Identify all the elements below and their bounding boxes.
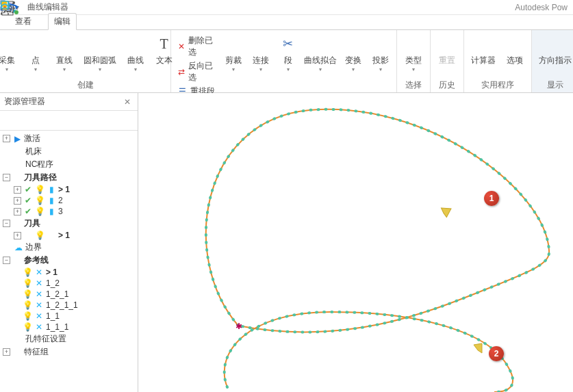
close-icon[interactable]: ✕: [121, 97, 133, 107]
move-icon: [344, 34, 363, 53]
trim-button[interactable]: 剪裁▾: [222, 33, 245, 73]
project-icon: [371, 34, 390, 53]
tool-icon: [12, 219, 22, 228]
undo-icon: [437, 34, 457, 53]
point-icon: [26, 34, 45, 53]
drill-icon: [14, 335, 23, 344]
window-title: 曲线编辑器: [27, 1, 68, 13]
line-icon: [55, 34, 74, 53]
type-button[interactable]: 类型▾: [401, 33, 426, 73]
trash-icon-button[interactable]: [42, 114, 58, 127]
group-util-label: 实用程序: [481, 79, 514, 91]
resource-tree[interactable]: +▶激活 机床 NC程序 −刀具路径 +✔💡▮> 1 +✔💡▮2 +✔💡▮3 −…: [0, 131, 138, 392]
project-button[interactable]: 投影▾: [369, 33, 392, 73]
group-display-label: 显示: [547, 79, 563, 91]
brand-label: Autodesk Pow: [515, 3, 568, 12]
group-create-label: 创建: [77, 79, 94, 91]
cursor-icon: [404, 34, 423, 53]
toolpath-icon: [12, 173, 22, 183]
direction-icon: [546, 34, 565, 53]
play-icon: ▶: [12, 134, 22, 144]
tree-icon-button[interactable]: [4, 114, 19, 127]
direction-button[interactable]: 方向指示: [536, 33, 573, 68]
callout-1: 1: [484, 191, 499, 206]
callout-2: 2: [489, 346, 504, 361]
bulb-icon: 💡: [35, 185, 44, 194]
expand-icon[interactable]: +: [3, 135, 10, 142]
feature-icon: [12, 348, 22, 357]
machine-icon: [14, 147, 23, 157]
join-button[interactable]: 连接▾: [249, 33, 272, 73]
gear-icon: [505, 34, 524, 53]
x-icon: ✕: [177, 41, 186, 52]
reset-button: 重置: [435, 33, 459, 68]
x-pattern-icon: ✕: [34, 267, 44, 277]
segment-button[interactable]: ✂段▾: [277, 33, 300, 73]
tab-edit[interactable]: 编辑: [48, 13, 77, 30]
delete-selected-button[interactable]: ✕删除已选: [175, 34, 218, 59]
pencil-icon: [251, 34, 270, 53]
globe-icon-button[interactable]: [23, 114, 38, 127]
options-button[interactable]: 选项: [502, 33, 527, 68]
rect-icon: [126, 34, 145, 53]
calculator-button[interactable]: 计算器: [468, 33, 498, 68]
transform-button[interactable]: 变换▾: [342, 33, 365, 73]
scissors-icon: ✂: [279, 34, 298, 53]
refline-icon: [12, 256, 22, 265]
nc-icon: [14, 160, 23, 170]
collapse-icon[interactable]: −: [3, 174, 10, 181]
group-select-label: 选择: [405, 79, 422, 91]
line-button[interactable]: 直线▾: [52, 33, 77, 73]
curve-button[interactable]: 曲线▾: [123, 33, 148, 73]
fit-button[interactable]: 曲线拟合▾: [304, 33, 338, 73]
wave-icon: [0, 34, 16, 53]
circle-icon: [90, 34, 110, 53]
point-button[interactable]: 点▾: [23, 33, 48, 73]
check-icon: ✔: [23, 185, 33, 194]
reverse-selected-button[interactable]: ⇄反向已选: [175, 60, 218, 84]
curve-fit-icon: [311, 34, 330, 53]
calculator-icon: [474, 34, 493, 53]
collect-button[interactable]: 采集▾: [0, 33, 19, 73]
svg-text:✱: ✱: [235, 322, 242, 331]
cloud-icon: ☁: [14, 243, 23, 252]
reverse-icon: ⇄: [177, 66, 186, 77]
arc-button[interactable]: 圆和圆弧▾: [81, 33, 119, 73]
arrow-icon: [224, 34, 243, 53]
viewport[interactable]: ✱ 1 2: [138, 93, 573, 392]
stack-icon: ▮: [47, 185, 56, 194]
panel-title: 资源管理器: [4, 96, 45, 107]
group-history-label: 历史: [439, 79, 455, 91]
